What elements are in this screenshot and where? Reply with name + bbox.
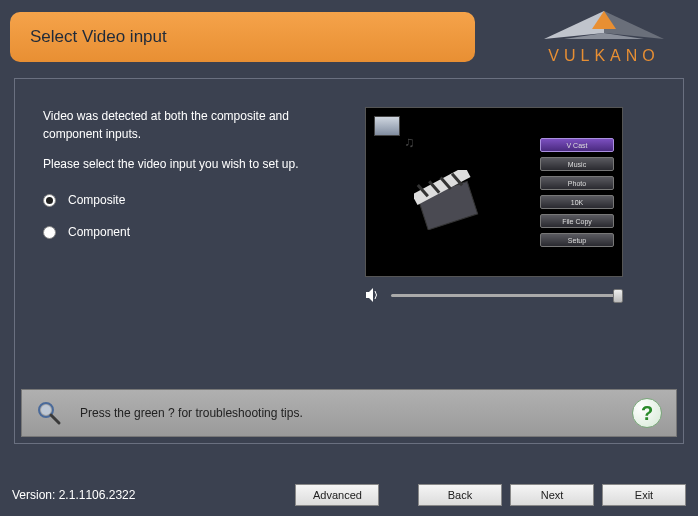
instruction-text-2: Please select the video input you wish t… — [43, 155, 303, 173]
preview-menu-item: File Copy — [540, 214, 614, 228]
back-button[interactable]: Back — [418, 484, 502, 506]
pyramid-icon — [544, 9, 664, 45]
instruction-text-1: Video was detected at both the composite… — [43, 107, 303, 143]
music-note-icon: ♫ — [404, 134, 415, 150]
advanced-button-label: Advanced — [313, 489, 362, 501]
preview-menu-item: Music — [540, 157, 614, 171]
preview-menu-list: V Cast Music Photo 10K File Copy Setup — [540, 138, 614, 247]
radio-label-composite: Composite — [68, 191, 125, 209]
page-title-bar: Select Video input — [10, 12, 475, 62]
help-button[interactable]: ? — [632, 398, 662, 428]
exit-button-label: Exit — [635, 489, 653, 501]
radio-dot-icon — [43, 226, 56, 239]
radio-label-component: Component — [68, 223, 130, 241]
volume-control — [365, 287, 623, 303]
radio-component[interactable]: Component — [43, 223, 303, 241]
video-input-radio-group: Composite Component — [43, 191, 303, 241]
preview-menu-item: Setup — [540, 233, 614, 247]
brand-logo: VULKANO — [544, 9, 664, 65]
svg-marker-10 — [366, 288, 373, 302]
video-preview: ♫ V Cast Music Photo 10K — [365, 107, 623, 277]
clapperboard-icon — [414, 170, 484, 230]
page-title: Select Video input — [30, 27, 167, 47]
version-label: Version: 2.1.1106.2322 — [12, 488, 135, 502]
preview-menu-item: Photo — [540, 176, 614, 190]
preview-menu-item: V Cast — [540, 138, 614, 152]
main-panel: Video was detected at both the composite… — [14, 78, 684, 444]
svg-point-12 — [41, 405, 51, 415]
speaker-icon — [365, 287, 381, 303]
preview-menu-item: 10K — [540, 195, 614, 209]
tip-text: Press the green ? for troubleshooting ti… — [80, 406, 303, 420]
volume-slider[interactable] — [391, 294, 623, 297]
instructions-column: Video was detected at both the composite… — [43, 107, 303, 353]
svg-line-13 — [51, 415, 59, 423]
nav-button-group: Back Next Exit — [410, 484, 686, 506]
back-button-label: Back — [448, 489, 472, 501]
preview-column: ♫ V Cast Music Photo 10K — [333, 107, 655, 353]
next-button[interactable]: Next — [510, 484, 594, 506]
radio-composite[interactable]: Composite — [43, 191, 303, 209]
volume-thumb[interactable] — [613, 289, 623, 303]
content-area: Video was detected at both the composite… — [15, 79, 683, 363]
tip-bar: Press the green ? for troubleshooting ti… — [21, 389, 677, 437]
thumbnail-icon — [374, 116, 400, 136]
brand-text: VULKANO — [548, 47, 659, 65]
radio-dot-icon — [43, 194, 56, 207]
help-icon: ? — [641, 402, 653, 425]
exit-button[interactable]: Exit — [602, 484, 686, 506]
magnifier-icon — [36, 400, 62, 426]
next-button-label: Next — [541, 489, 564, 501]
advanced-button[interactable]: Advanced — [295, 484, 379, 506]
footer: Version: 2.1.1106.2322 Advanced Back Nex… — [12, 484, 686, 506]
header: Select Video input VULKANO — [0, 0, 698, 74]
